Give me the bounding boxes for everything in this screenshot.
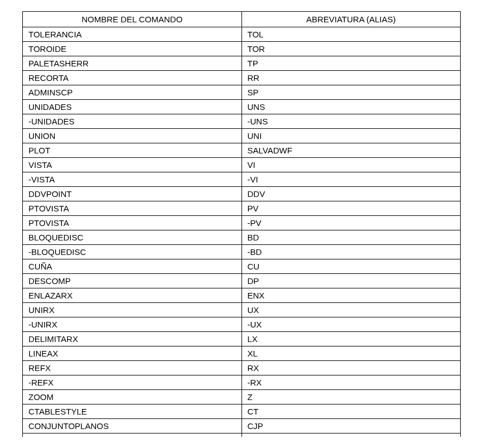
cell-comando: TOROIDE [23, 42, 242, 56]
table-row: CTABLESTYLECT [23, 404, 461, 419]
cell-alias: LX [241, 332, 461, 346]
cell-alias: TP [241, 56, 461, 71]
table-row: CONJUNTOPLANOSCJP [23, 419, 461, 433]
table-body: TOLERANCIATOLTOROIDETORPALETASHERRTPRECO… [23, 27, 461, 437]
cell-comando: BLOQUEDISC [23, 230, 242, 245]
table-row: -BLOQUEDISC-BD [23, 245, 461, 259]
cell-comando: CTABLESTYLE [23, 404, 242, 419]
table-row: PALETASHERRTP [23, 56, 461, 71]
cell-comando: ENLAZARX [23, 288, 242, 303]
cell-alias: -VI [241, 172, 461, 187]
cell-comando: PTOVISTA [23, 216, 242, 230]
cell-alias: Z [241, 390, 461, 404]
table-row: UNIONUNI [23, 129, 461, 143]
table-row: -VISTA-VI [23, 172, 461, 187]
cell-comando: PALETASHERR [23, 56, 242, 71]
cell-alias: TOR [241, 42, 461, 56]
cell-comando: PTOVISTA [23, 201, 242, 216]
table-row: BLOQUEDISCBD [23, 230, 461, 245]
table-row: VISTAVI [23, 158, 461, 172]
cell-alias: SALVADWF [241, 143, 461, 158]
cell-comando: CUÑA [23, 259, 242, 274]
table-row: LINEAXXL [23, 346, 461, 361]
header-alias: ABREVIATURA (ALIAS) [241, 12, 461, 27]
cell-comando: CONJUNTOPLANOS [23, 419, 242, 433]
cell-comando: -REFX [23, 375, 242, 390]
cell-comando: -VISTA [23, 172, 242, 187]
cell-alias: -BD [241, 245, 461, 259]
cell-alias: UNS [241, 100, 461, 114]
cell-alias: -UNS [241, 114, 461, 129]
cell-comando: -UNIRX [23, 317, 242, 332]
table-row: ADMINSCPSP [23, 85, 461, 100]
table-row: PTOVISTA-PV [23, 216, 461, 230]
cell-comando: REFX [23, 361, 242, 375]
table-row: -UNIRX-UX [23, 317, 461, 332]
cell-comando: UNION [23, 129, 242, 143]
cell-alias: -UX [241, 317, 461, 332]
cell-alias: UX [241, 303, 461, 317]
table-row: DDVPOINTDDV [23, 187, 461, 201]
cell-alias: UNI [241, 129, 461, 143]
table-row: UNIDADESUNS [23, 100, 461, 114]
cell-comando: -UNIDADES [23, 114, 242, 129]
cell-comando: RECORTA [23, 71, 242, 85]
cell-alias: XL [241, 346, 461, 361]
table-row: PLOTSALVADWF [23, 143, 461, 158]
table-row: ZOOMZ [23, 390, 461, 404]
cell-alias: DDV [241, 187, 461, 201]
cell-comando: LINEAX [23, 346, 242, 361]
cell-alias: DP [241, 274, 461, 288]
table-row: TOLERANCIATOL [23, 27, 461, 42]
cell-comando: -BLOQUEDISC [23, 245, 242, 259]
cell-comando: ADMINSCP [23, 85, 242, 100]
cell-comando: DELIMITARX [23, 332, 242, 346]
table-row: -UNIDADES-UNS [23, 114, 461, 129]
table-row: TOROIDETOR [23, 42, 461, 56]
cell-comando: TOLERANCIA [23, 27, 242, 42]
cell-alias: CT [241, 404, 461, 419]
cell-alias: CJP [241, 419, 461, 433]
cell-alias: TOL [241, 27, 461, 42]
cell-alias: PV [241, 201, 461, 216]
cell-alias: BD [241, 230, 461, 245]
commands-table-container: NOMBRE DEL COMANDO ABREVIATURA (ALIAS) T… [22, 11, 461, 437]
table-header-row: NOMBRE DEL COMANDO ABREVIATURA (ALIAS) [23, 12, 461, 27]
commands-table: NOMBRE DEL COMANDO ABREVIATURA (ALIAS) T… [22, 11, 461, 437]
table-row: CUÑACU [23, 259, 461, 274]
cell-comando: VISTA [23, 158, 242, 172]
cell-alias: -PV [241, 216, 461, 230]
cell-alias: ENX [241, 288, 461, 303]
table-row: REFXRX [23, 361, 461, 375]
table-row: TABLATAB [23, 433, 461, 437]
cell-alias: RX [241, 361, 461, 375]
cell-comando: UNIDADES [23, 100, 242, 114]
cell-comando: DESCOMP [23, 274, 242, 288]
cell-alias: SP [241, 85, 461, 100]
cell-comando: ZOOM [23, 390, 242, 404]
cell-comando: UNIRX [23, 303, 242, 317]
cell-alias: VI [241, 158, 461, 172]
table-row: DESCOMPDP [23, 274, 461, 288]
cell-alias: CU [241, 259, 461, 274]
table-row: UNIRXUX [23, 303, 461, 317]
cell-alias: -RX [241, 375, 461, 390]
table-row: RECORTARR [23, 71, 461, 85]
cell-comando: PLOT [23, 143, 242, 158]
table-row: PTOVISTAPV [23, 201, 461, 216]
cell-comando: DDVPOINT [23, 187, 242, 201]
table-row: ENLAZARXENX [23, 288, 461, 303]
cell-alias: RR [241, 71, 461, 85]
header-comando: NOMBRE DEL COMANDO [23, 12, 242, 27]
table-row: -REFX-RX [23, 375, 461, 390]
cell-alias: TAB [241, 433, 461, 437]
table-row: DELIMITARXLX [23, 332, 461, 346]
cell-comando: TABLA [23, 433, 242, 437]
